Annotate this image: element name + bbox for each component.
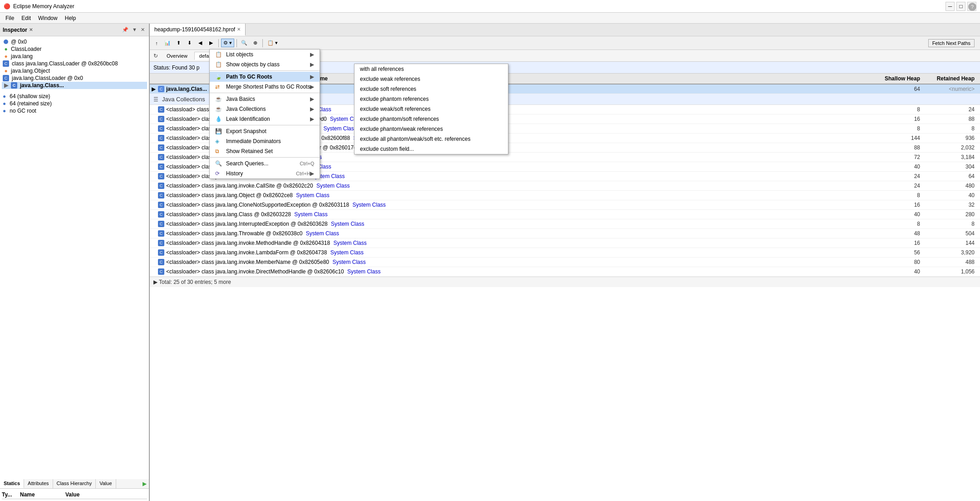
toolbar-btn-6[interactable]: ▶ <box>206 38 216 48</box>
java-basics-icon: ☕ <box>215 96 223 102</box>
menu-item-show-by-class[interactable]: 📋 Show objects by class ▶ <box>210 60 320 69</box>
inspector-table: Ty... Name Value <box>0 489 149 501</box>
gc-roots-excl-phantom-weak[interactable]: exclude phantom/weak references <box>355 124 508 134</box>
table-row[interactable]: C <classloader> class java.lang.invoke.L… <box>150 248 980 258</box>
menu-sep-2 <box>210 93 320 93</box>
java-collections-label: Java Collections <box>162 96 205 103</box>
menu-help[interactable]: Help <box>61 14 80 22</box>
table-row[interactable]: C <classloader> class java.lang.CloneNot… <box>150 200 980 210</box>
menu-edit[interactable]: Edit <box>18 14 34 22</box>
toolbar-sep-1 <box>218 39 219 47</box>
toolbar-btn-5[interactable]: ◀ <box>195 38 205 48</box>
toolbar-btn-3[interactable]: ⬆ <box>173 38 183 48</box>
help-icon[interactable]: ? <box>968 3 976 11</box>
toolbar-sep-2 <box>236 39 237 47</box>
col-header-shallow[interactable]: Shallow Heap <box>869 75 924 82</box>
inspector-header: Inspector ✕ 📌 ▼ ✕ <box>0 24 149 36</box>
inspector-item-0x0[interactable]: @ 0x0 <box>2 38 147 45</box>
menu-item-immediate-dominators[interactable]: ◈ Immediate Dominators <box>210 136 320 146</box>
toolbar-dropdown-1[interactable]: ⚙ ▾ <box>221 39 234 47</box>
tab-bar: heapdump-1591604548162.hprof ✕ <box>150 24 980 36</box>
title-bar: 🔴 Eclipse Memory Analyzer ─ □ ✕ <box>0 0 980 13</box>
menu-item-leak-id[interactable]: 💧 Leak Identification ▶ <box>210 114 320 124</box>
menu-item-search-queries[interactable]: 🔍 Search Queries... Ctrl+Q <box>210 159 320 169</box>
inspector-item-classloader-ref[interactable]: C class java.lang.ClassLoader @ 0x8260bc… <box>2 60 147 67</box>
inspector-shallow-size: ● 64 (shallow size) <box>2 93 147 100</box>
inspector-table-header: Ty... Name Value <box>2 491 147 499</box>
toolbar-btn-4[interactable]: ⬇ <box>184 38 194 48</box>
gc-roots-excl-soft[interactable]: exclude soft references <box>355 84 508 94</box>
total-row: ▶ Total: 25 of 30 entries; 5 more <box>150 277 980 287</box>
app-title: Eclipse Memory Analyzer <box>13 3 74 10</box>
toolbar-btn-2[interactable]: 📊 <box>163 38 172 48</box>
inspector-tab-attributes[interactable]: Attributes <box>24 479 53 488</box>
inspector-close-icon2[interactable]: ✕ <box>139 26 146 33</box>
toolbar-btn-add[interactable]: ⊕ <box>250 38 260 48</box>
inspector-close-icon[interactable]: ✕ <box>29 27 33 32</box>
inspector-menu-icon[interactable]: ▼ <box>131 26 138 33</box>
menu-item-merge-shortest[interactable]: ⇄ Merge Shortest Paths to GC Roots ▶ <box>210 82 320 92</box>
inspector-item-java-lang[interactable]: ● java.lang <box>2 53 147 60</box>
sub-tab-overview[interactable]: Overview <box>162 52 192 60</box>
menu-item-history[interactable]: ⟳ History Ctrl+H ▶ <box>210 169 320 179</box>
menu-item-export-snapshot[interactable]: 💾 Export Snapshot <box>210 126 320 136</box>
gc-roots-excl-phantom[interactable]: exclude phantom references <box>355 94 508 104</box>
menu-sep-3 <box>210 125 320 125</box>
inspector-item-java-object[interactable]: ● java.lang.Object <box>2 67 147 74</box>
menu-item-java-basics[interactable]: ☕ Java Basics ▶ <box>210 94 320 104</box>
gc-roots-excl-phantom-soft[interactable]: exclude phantom/soft references <box>355 114 508 124</box>
gc-roots-excl-custom[interactable]: exclude custom field... <box>355 144 508 154</box>
inspector-item-classloader[interactable]: ● ClassLoader <box>2 45 147 53</box>
history-icon: ⟳ <box>215 170 223 177</box>
gc-roots-excl-weak[interactable]: exclude weak references <box>355 74 508 84</box>
toolbar-dropdown-2[interactable]: 📋 ▾ <box>265 39 280 47</box>
gc-roots-excl-all[interactable]: exclude all phantom/weak/soft etc. refer… <box>355 134 508 144</box>
inspector-tab-value[interactable]: Value <box>96 479 116 488</box>
col-header-retained[interactable]: Retained Heap <box>924 75 978 82</box>
maximize-button[interactable]: □ <box>956 2 965 11</box>
total-row-label: ▶ Total: 25 of 30 entries; 5 more <box>153 279 231 285</box>
minimize-button[interactable]: ─ <box>946 2 955 11</box>
col-header-classname[interactable]: Class Name <box>224 75 869 82</box>
menu-file[interactable]: File <box>2 14 18 22</box>
inspector-title: Inspector <box>3 27 27 33</box>
inspector-pin-icon[interactable]: 📌 <box>121 26 130 33</box>
inspector-tab-statics[interactable]: Statics <box>0 479 24 488</box>
table-row[interactable]: C <classloader> class java.lang.invoke.D… <box>150 267 980 277</box>
file-tab-close[interactable]: ✕ <box>237 27 241 32</box>
menu-bar: File Edit Window Help <box>0 13 980 24</box>
menu-window[interactable]: Window <box>34 14 61 22</box>
inspector-tab-class-hierarchy[interactable]: Class Hierarchy <box>53 479 96 488</box>
table-row[interactable]: C <classloader> class java.lang.invoke.C… <box>150 181 980 191</box>
toolbar-btn-1[interactable]: ↑ <box>152 38 162 48</box>
table-row[interactable]: C <classloader> class java.lang.Object @… <box>150 191 980 200</box>
table-row[interactable]: C <classloader> class java.lang.invoke.M… <box>150 238 980 248</box>
inspector-tabs: Statics Attributes Class Hierarchy Value… <box>0 479 149 489</box>
inspector-content: @ 0x0 ● ClassLoader ● java.lang C class … <box>0 36 149 116</box>
gc-roots-with-all[interactable]: with all references <box>355 64 508 74</box>
export-snapshot-icon: 💾 <box>215 128 223 134</box>
toolbar-sep-3 <box>262 39 263 47</box>
inspector-add-tab[interactable]: ▶ <box>140 479 149 488</box>
main-context-menu: 📋 List objects ▶ 📋 Show objects by class… <box>209 49 320 179</box>
file-tab-label: heapdump-1591604548162.hprof <box>154 26 235 33</box>
menu-item-java-collections[interactable]: ☕ Java Collections ▶ <box>210 104 320 114</box>
fetch-next-button[interactable]: Fetch Next Paths <box>928 39 975 47</box>
file-tab[interactable]: heapdump-1591604548162.hprof ✕ <box>150 24 246 36</box>
gc-roots-excl-weak-soft[interactable]: exclude weak/soft references <box>355 104 508 114</box>
sub-tab-indicator: ↻ <box>153 53 158 59</box>
menu-item-show-retained-set[interactable]: ⧉ Show Retained Set <box>210 146 320 156</box>
menu-item-list-objects[interactable]: 📋 List objects ▶ <box>210 50 320 60</box>
status-text: Status: Found 30 p <box>153 64 199 71</box>
toolbar-btn-search[interactable]: 🔍 <box>239 38 249 48</box>
inspector-item-classloader-0x0[interactable]: C java.lang.ClassLoader @ 0x0 <box>2 74 147 82</box>
inspector-item-java-class-selected[interactable]: ▶ C java.lang.Class... <box>2 82 147 89</box>
table-row[interactable]: C <classloader> class java.lang.invoke.M… <box>150 258 980 267</box>
inspector-panel: Inspector ✕ 📌 ▼ ✕ @ 0x0 ● ClassLoader <box>0 24 150 501</box>
java-collections-icon: ☕ <box>215 106 223 112</box>
table-row[interactable]: C <classloader> class java.lang.Throwabl… <box>150 229 980 238</box>
menu-item-path-to-gc[interactable]: 🍃 Path To GC Roots ▶ <box>210 72 320 82</box>
table-row[interactable]: C <classloader> class java.lang.Interrup… <box>150 219 980 229</box>
table-row[interactable]: C <classloader> class java.lang.Class @ … <box>150 210 980 219</box>
immediate-dom-icon: ◈ <box>215 138 223 144</box>
